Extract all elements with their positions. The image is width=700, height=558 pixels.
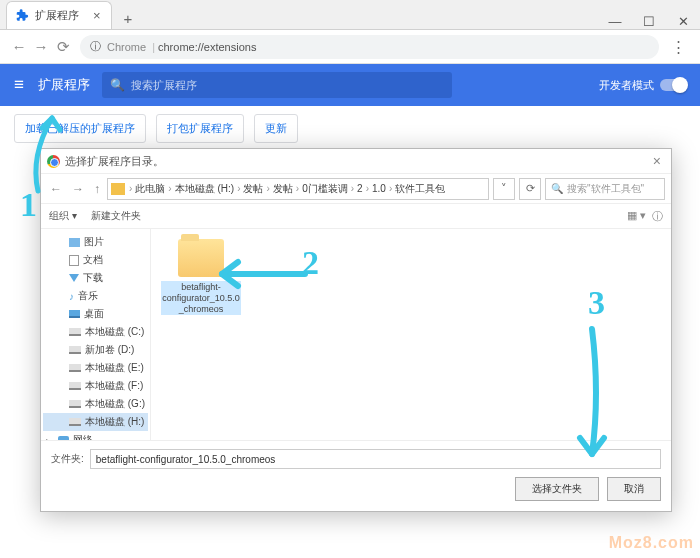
pack-extension-button[interactable]: 打包扩展程序 <box>156 114 244 143</box>
menu-icon[interactable]: ≡ <box>14 75 24 95</box>
tree-item[interactable]: 图片 <box>43 233 148 251</box>
new-folder-button[interactable]: 新建文件夹 <box>91 209 141 223</box>
dialog-toolbar: 组织 ▾ 新建文件夹 ▦ ▾ ⓘ <box>41 203 671 229</box>
tree-item[interactable]: 新加卷 (D:) <box>43 341 148 359</box>
tree-item-label: 下载 <box>83 271 103 285</box>
select-folder-button[interactable]: 选择文件夹 <box>515 477 599 501</box>
browser-tab[interactable]: 扩展程序 × <box>6 1 112 29</box>
address-path: chrome://extensions <box>158 41 256 53</box>
folder-tree[interactable]: 图片文档下载♪音乐桌面本地磁盘 (C:)新加卷 (D:)本地磁盘 (E:)本地磁… <box>41 229 151 440</box>
tree-item-label: 本地磁盘 (C:) <box>85 325 144 339</box>
tree-item[interactable]: 本地磁盘 (E:) <box>43 359 148 377</box>
address-bar: ← → ⟳ ⓘ Chrome | chrome://extensions ⋮ <box>0 30 700 64</box>
dialog-close-button[interactable]: × <box>649 153 665 169</box>
browser-menu-icon[interactable]: ⋮ <box>665 38 692 56</box>
pic-icon <box>69 238 80 247</box>
tree-item[interactable]: 下载 <box>43 269 148 287</box>
watermark: Moz8.com <box>609 534 694 552</box>
tree-item[interactable]: 桌面 <box>43 305 148 323</box>
breadcrumb[interactable]: › 此电脑› 本地磁盘 (H:)› 发帖› 发帖› 0门槛装调› 2› 1.0›… <box>107 178 489 200</box>
tree-item[interactable]: ▸网络 <box>43 431 148 440</box>
search-icon: 🔍 <box>551 183 563 194</box>
dialog-search-placeholder: 搜索"软件工具包" <box>567 182 644 196</box>
devmode-label: 开发者模式 <box>599 78 654 93</box>
info-icon: ⓘ <box>90 39 101 54</box>
dialog-titlebar: 选择扩展程序目录。 × <box>41 149 671 173</box>
help-button[interactable]: ⓘ <box>652 209 663 224</box>
window-minimize[interactable]: — <box>598 14 632 29</box>
tree-item-label: 新加卷 (D:) <box>85 343 134 357</box>
path-dropdown-button[interactable]: ˅ <box>493 178 515 200</box>
view-icons-button[interactable]: ▦ ▾ <box>627 209 646 224</box>
drv-icon <box>69 346 81 354</box>
drv-icon <box>69 364 81 372</box>
extensions-header: ≡ 扩展程序 🔍 开发者模式 <box>0 64 700 106</box>
annotation-arrow-2 <box>210 254 310 294</box>
back-button[interactable]: ← <box>8 38 30 55</box>
forward-button[interactable]: → <box>30 38 52 55</box>
page-title: 扩展程序 <box>38 76 90 94</box>
window-close[interactable]: ✕ <box>666 14 700 29</box>
net-icon <box>58 436 69 441</box>
reload-button[interactable]: ⟳ <box>52 38 74 56</box>
tree-item-label: 图片 <box>84 235 104 249</box>
drive-icon <box>111 183 125 195</box>
organize-button[interactable]: 组织 ▾ <box>49 209 77 223</box>
path-refresh-button[interactable]: ⟳ <box>519 178 541 200</box>
caret-icon: ▸ <box>46 436 54 441</box>
desk-icon <box>69 310 80 318</box>
tree-item-label: 本地磁盘 (E:) <box>85 361 144 375</box>
annotation-arrow-3 <box>572 324 612 464</box>
address-host: Chrome <box>107 41 146 53</box>
path-up-button[interactable]: ↑ <box>91 182 103 196</box>
tab-close-icon[interactable]: × <box>93 8 101 23</box>
address-field[interactable]: ⓘ Chrome | chrome://extensions <box>80 35 659 59</box>
tree-item-label: 音乐 <box>78 289 98 303</box>
music-icon: ♪ <box>69 291 74 302</box>
window-maximize[interactable]: ☐ <box>632 14 666 29</box>
tree-item-label: 本地磁盘 (H:) <box>85 415 144 429</box>
dialog-search[interactable]: 🔍 搜索"软件工具包" <box>545 178 665 200</box>
tab-title: 扩展程序 <box>35 8 79 23</box>
drv-icon <box>69 382 81 390</box>
extensions-search[interactable]: 🔍 <box>102 72 452 98</box>
search-input[interactable] <box>131 79 444 91</box>
tree-item[interactable]: 本地磁盘 (G:) <box>43 395 148 413</box>
extensions-actions: 加载已解压的扩展程序 打包扩展程序 更新 <box>0 106 700 150</box>
tree-item[interactable]: 本地磁盘 (H:) <box>43 413 148 431</box>
filename-label: 文件夹: <box>51 452 84 466</box>
dialog-title: 选择扩展程序目录。 <box>65 154 164 169</box>
annotation-arrow-1 <box>18 106 78 196</box>
dialog-path-bar: ← → ↑ › 此电脑› 本地磁盘 (H:)› 发帖› 发帖› 0门槛装调› 2… <box>41 173 671 203</box>
browser-titlebar: 扩展程序 × + — ☐ ✕ <box>0 0 700 30</box>
tree-item-label: 本地磁盘 (F:) <box>85 379 143 393</box>
extension-icon <box>15 9 29 23</box>
dl-icon <box>69 274 79 282</box>
doc-icon <box>69 255 79 266</box>
developer-mode: 开发者模式 <box>599 78 686 93</box>
tree-item-label: 网络 <box>73 433 93 440</box>
update-button[interactable]: 更新 <box>254 114 298 143</box>
tree-item[interactable]: 文档 <box>43 251 148 269</box>
tree-item-label: 桌面 <box>84 307 104 321</box>
window-controls: — ☐ ✕ <box>598 14 700 29</box>
devmode-toggle[interactable] <box>660 79 686 91</box>
cancel-button[interactable]: 取消 <box>607 477 661 501</box>
new-tab-button[interactable]: + <box>118 8 139 29</box>
tree-item[interactable]: 本地磁盘 (F:) <box>43 377 148 395</box>
tree-item[interactable]: ♪音乐 <box>43 287 148 305</box>
tree-item[interactable]: 本地磁盘 (C:) <box>43 323 148 341</box>
drv-icon <box>69 400 81 408</box>
tree-item-label: 文档 <box>83 253 103 267</box>
drv-icon <box>69 328 81 336</box>
drv-icon <box>69 418 81 426</box>
tree-item-label: 本地磁盘 (G:) <box>85 397 145 411</box>
search-icon: 🔍 <box>110 78 125 92</box>
